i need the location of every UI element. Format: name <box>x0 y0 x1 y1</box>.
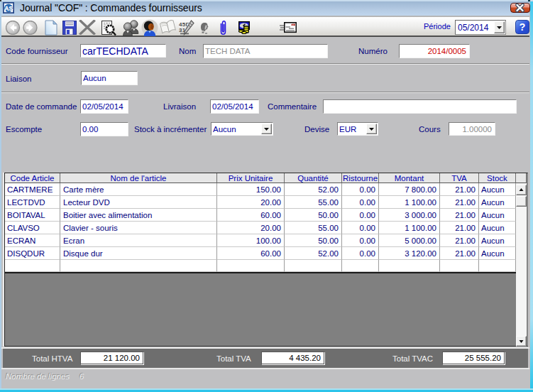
svg-text:AS: AS <box>4 5 13 12</box>
